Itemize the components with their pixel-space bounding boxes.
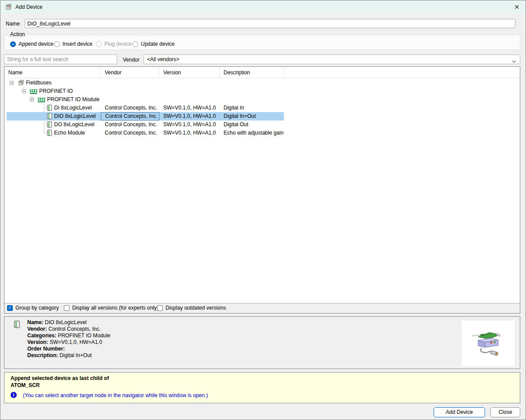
collapse-icon[interactable] [22,89,26,93]
device-box-icon [5,4,12,11]
device-version: SW=V0.1.0, HW=A1.0 [159,129,220,137]
device-name: DIO 8xLogicLevel [54,112,96,121]
close-button[interactable]: Close [490,407,520,417]
name-label: Name [6,21,20,27]
radio-icon [132,41,138,47]
device-vendor: Control Concepts, Inc. [101,121,159,129]
detail-label: Name: [27,319,44,325]
detail-value: DIO 8xLogicLevel [45,319,87,325]
table-header: Name Vendor Version Description [4,67,520,78]
append-action-text: Append selected device as last child of [11,375,109,381]
device-version: SW=V0.1.0, HW=A1.0 [159,121,220,129]
detail-value: Digital In+Out [59,352,92,358]
device-name: Echo Module [54,129,85,137]
radio-plug-device: Plug device [96,41,132,47]
device-row-dio-8xlogiclevel[interactable]: DIO 8xLogicLevel Control Concepts, Inc. … [4,112,520,121]
column-header-name[interactable]: Name [4,67,101,78]
tree-label: Fieldbuses [26,79,51,87]
detail-value: PROFINET IO Module [58,332,110,339]
checkbox-checked-icon [7,305,13,311]
name-input[interactable] [25,19,515,28]
radio-label: Append device [18,41,53,47]
device-description: Echo with adjustable gain [220,129,290,137]
device-row-do-8xlogiclevel[interactable]: DO 8xLogicLevel Control Concepts, Inc. S… [4,121,520,129]
column-header-description[interactable]: Description [220,67,284,78]
module-icon [47,130,52,139]
tree-label: PROFINET IO [39,87,73,95]
device-description: Digital In [220,104,290,112]
radio-label: Update device [141,41,175,47]
tree-row-profinet-io[interactable]: PROFINET IO [4,87,520,95]
device-details-panel: Name: DIO 8xLogicLevel Vendor: Control C… [4,316,520,369]
list-options-bar: Group by category Display all versions (… [4,303,520,313]
radio-selected-icon [10,41,16,47]
device-details-text: Name: DIO 8xLogicLevel Vendor: Control C… [27,319,110,359]
device-description: Digital In+Out [220,112,290,121]
vendor-label: Vendor [123,57,140,63]
add-device-button[interactable]: Add Device [434,407,485,417]
checkbox-label: Display outdated versions [166,305,226,311]
device-name: DO 8xLogicLevel [54,121,94,129]
radio-disabled-icon [96,41,102,47]
device-vendor-focused-cell[interactable]: Control Concepts, Inc. [101,112,159,121]
device-version: SW=V0.1.0, HW=A1.0 [159,104,220,112]
module-icon [14,321,20,329]
checkbox-label: Display all versions (for experts only) [72,305,158,311]
checkbox-display-outdated-versions[interactable]: Display outdated versions [157,305,226,311]
device-row-echo-module[interactable]: Echo Module Control Concepts, Inc. SW=V0… [4,129,520,137]
append-target-panel: Append selected device as last child of … [4,372,520,403]
action-options: Append device Insert device Plug device … [0,38,517,47]
append-target-node: ATOM_SCR [11,382,40,388]
window-title: Add Device [15,4,42,10]
detail-value: SW=V0.1.0, HW=A1.0 [50,339,102,345]
tree-label: PROFINET IO Module [47,95,99,104]
radio-insert-device[interactable]: Insert device [54,41,92,47]
checkbox-display-all-versions[interactable]: Display all versions (for experts only) [64,305,158,311]
vendor-dropdown[interactable]: <All vendors> [143,55,520,64]
radio-update-device[interactable]: Update device [132,41,175,47]
add-device-dialog: Add Device ✕ Name Action Append device I… [0,0,526,420]
tree-row-profinet-io-module[interactable]: PROFINET IO Module [4,95,520,104]
collapse-icon[interactable] [10,81,14,85]
collapse-icon[interactable] [30,98,34,102]
device-version: SW=V0.1.0, HW=A1.0 [159,112,220,121]
checkbox-group-by-category[interactable]: Group by category [7,305,59,311]
column-header-version[interactable]: Version [159,67,220,78]
device-name: DI 8xLogicLevel [54,104,92,112]
radio-label: Plug device [104,41,132,47]
checkbox-icon [64,305,70,311]
radio-icon [54,41,60,47]
radio-append-device[interactable]: Append device [10,41,53,47]
checkbox-icon [157,305,163,311]
device-row-di-8xlogiclevel[interactable]: DI 8xLogicLevel Control Concepts, Inc. S… [4,104,520,112]
detail-label: Version: [27,339,48,345]
device-list-panel: Name Vendor Version Description [4,66,520,314]
detail-label: Order Number: [27,346,65,352]
detail-value: Control Concepts, Inc. [48,326,101,332]
column-header-vendor[interactable]: Vendor [101,67,159,78]
chevron-down-icon [512,58,516,64]
device-vendor: Control Concepts, Inc. [101,104,159,112]
radio-label: Insert device [63,41,92,47]
action-group-label: Action [8,31,26,37]
device-tree: Name Vendor Version Description [4,67,520,303]
device-preview-image [462,321,515,366]
device-vendor: Control Concepts, Inc. [101,129,159,137]
info-icon: i [11,392,17,398]
detail-label: Vendor: [27,326,47,332]
device-description: Digital Out [220,121,290,129]
tree-row-fieldbuses[interactable]: Fieldbuses [4,79,520,87]
close-icon[interactable]: ✕ [511,3,522,11]
titlebar: Add Device ✕ [0,0,526,14]
detail-label: Categories: [27,332,56,339]
append-note-text: (You can select another target node in t… [23,392,208,398]
search-input[interactable] [4,55,117,64]
checkbox-label: Group by category [15,305,59,311]
vendor-dropdown-value: <All vendors> [147,56,179,62]
detail-label: Description: [27,352,58,358]
